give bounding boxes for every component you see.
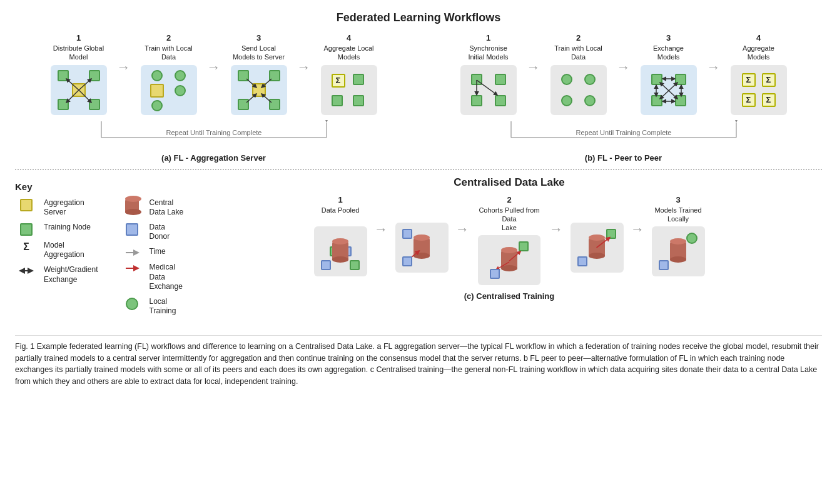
sigma-1: Σ: [332, 74, 345, 88]
cdl-title: Centralised Data Lake: [454, 176, 565, 189]
key-label-data-lake: Central Data Lake: [150, 198, 185, 218]
cdl2b-b1: [577, 256, 587, 266]
agg-step-3-box: [231, 65, 287, 115]
p2p-ex-bl: [651, 95, 662, 106]
cdl-caption: (c) Centralised Training: [464, 291, 554, 301]
cdl2-g1: [519, 241, 529, 251]
agg-step-4: 4 Aggregate LocalModels Σ: [315, 33, 383, 115]
p2p-ex-tl: [651, 74, 662, 85]
p2p-node-tl: [471, 74, 482, 85]
training-node-bl: [58, 99, 69, 110]
agg-server-2: [150, 84, 164, 98]
p2p-node-tr: [495, 74, 506, 85]
agg-arrow-3: →: [297, 59, 311, 76]
local-train-2: [175, 70, 186, 81]
agg-step-1-label: Distribute GlobalModel: [53, 44, 104, 62]
p2p-local-3: [561, 95, 572, 106]
training-node-3-bl: [238, 99, 249, 110]
p2p-sigma-4: Σ: [762, 93, 776, 107]
cdl-step-3: 3 Models TrainedLocally: [647, 195, 709, 277]
cdl1b-b1: [402, 229, 412, 239]
green-4-br: [353, 95, 364, 106]
cdl-step-1-label: Data Pooled: [322, 206, 360, 223]
key-item-medical-exchange: Medical DataExchange: [121, 263, 185, 292]
key-icon-yellow: [15, 199, 38, 211]
local-train-4: [151, 100, 163, 111]
cdl3-c1: [686, 233, 698, 244]
key-label-training-node: Training Node: [44, 223, 91, 233]
agg-step-1: 1 Distribute GlobalModel: [44, 33, 113, 115]
key-item-training-node: Training Node: [15, 223, 98, 236]
training-node-tl: [58, 70, 69, 81]
local-train-1: [151, 70, 163, 81]
key-item-model-agg: Σ Model Aggregation: [15, 241, 98, 260]
cdl3-b1: [659, 260, 669, 270]
local-train-3: [175, 85, 186, 96]
cdl2-cyl: [501, 250, 517, 270]
agg-server-3: [252, 83, 266, 97]
agg-caption: (a) FL - Aggregation Server: [161, 153, 266, 163]
p2p-local-1: [561, 74, 572, 85]
p2p-sigma-3: Σ: [742, 93, 756, 107]
cdl1b-cyl: [413, 238, 430, 258]
section-divider: [15, 169, 822, 170]
cdl-panel: Centralised Data Lake 1 Data Pooled →: [196, 176, 822, 326]
key-label-medical-exchange: Medical DataExchange: [150, 263, 185, 292]
top-section: 1 Distribute GlobalModel: [15, 33, 822, 163]
p2p-arrow-2: →: [617, 59, 631, 76]
p2p-node-bl: [471, 95, 482, 106]
p2p-step-1-label: SynchroniseInitial Models: [468, 44, 508, 62]
training-node-tr: [89, 70, 100, 81]
cdl-step-3-box: [652, 226, 705, 276]
p2p-local-2: [584, 74, 596, 85]
cdl-box-1b: [400, 226, 444, 269]
key-item-agg-server: Aggregation Server: [15, 198, 98, 218]
p2p-ex-br: [675, 95, 686, 106]
p2p-step-1-inner: [466, 69, 511, 111]
cdl-step-1b: [390, 195, 453, 273]
cdl-step-2b: [566, 195, 628, 273]
p2p-step-3-box: [641, 65, 697, 115]
green-4-tr: [353, 74, 364, 85]
key-title: Key: [15, 181, 184, 192]
key-panel: Key Aggregation Server Training Node: [15, 176, 184, 326]
cdl-step-1b-box: [395, 223, 449, 273]
p2p-sigma-2: Σ: [762, 73, 776, 87]
key-icon-cylinder: [121, 199, 143, 214]
p2p-step-1: 1 SynchroniseInitial Models: [454, 33, 523, 115]
cdl-step-2-num: 2: [507, 195, 511, 204]
agg-step-4-box: Σ: [321, 65, 377, 115]
cdl-step-2: 2 Cohorts Pulled from DataLake: [472, 195, 547, 286]
p2p-step-4-label: AggregateModels: [743, 44, 774, 62]
training-node-3-tr: [269, 70, 280, 81]
agg-server-node: [72, 83, 86, 97]
key-icon-blue: [121, 223, 143, 236]
key-label-model-agg: Model Aggregation: [44, 241, 98, 260]
key-label-data-donor: Data Donor: [150, 223, 185, 242]
p2p-panel: 1 SynchroniseInitial Models: [425, 33, 822, 163]
p2p-caption: (b) FL - Peer to Peer: [585, 153, 662, 163]
agg-step-3: 3 Send LocalModels to Server: [225, 33, 293, 115]
agg-repeat-bracket: Repeat Until Training Complete: [83, 120, 345, 146]
key-icon-red-arrow: [121, 263, 143, 273]
agg-step-3-label: Send LocalModels to Server: [233, 44, 285, 62]
agg-step-2-num: 2: [166, 33, 171, 43]
key-icon-black-arrow: [15, 266, 38, 276]
key-item-time: Time: [121, 247, 185, 258]
cdl-arrow-1: →: [374, 221, 388, 238]
cdl2b-g1: [606, 229, 616, 239]
cdl-arrow-2: →: [455, 221, 469, 238]
cdl1-b2: [321, 260, 331, 270]
cdl2b-cyl: [589, 238, 605, 258]
p2p-repeat-bracket: Repeat Until Training Complete: [492, 120, 755, 146]
cdl-step-3-label: Models TrainedLocally: [654, 206, 701, 224]
p2p-step-2-grid: [557, 70, 601, 110]
agg-step-4-inner: Σ: [327, 69, 372, 111]
key-icon-circle-green: [121, 298, 143, 310]
training-node-3-br: [269, 99, 280, 110]
key-item-data-donor: Data Donor: [121, 223, 185, 242]
agg-arrow-1: →: [117, 59, 131, 76]
p2p-sigma-1: Σ: [742, 73, 756, 87]
p2p-step-1-num: 1: [486, 33, 490, 43]
p2p-step-2-label: Train with LocalData: [554, 44, 602, 62]
